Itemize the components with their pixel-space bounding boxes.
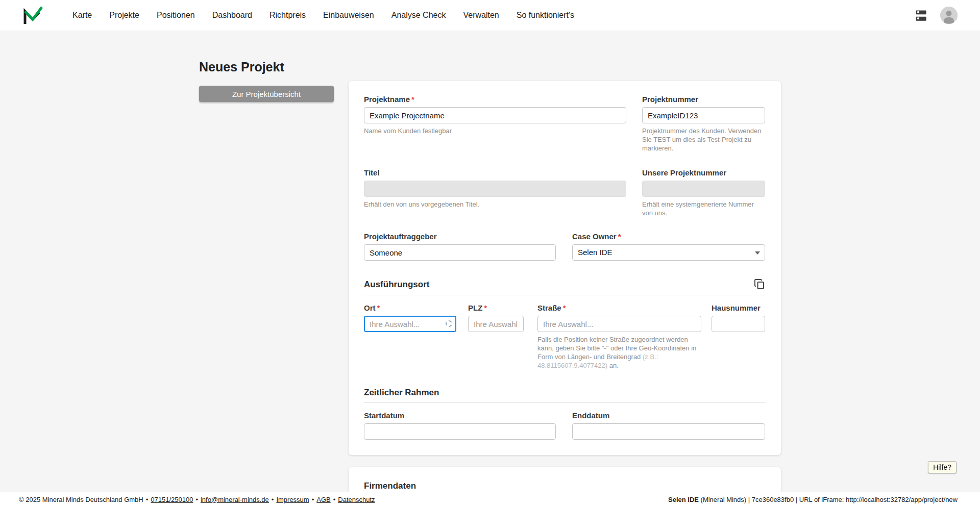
project-form-card: Projektname* Name vom Kunden festlegbar …	[349, 81, 781, 455]
strasse-label: Straße*	[537, 303, 701, 313]
logo-icon	[22, 6, 43, 25]
ort-input[interactable]	[364, 316, 456, 332]
field-plz: PLZ*	[468, 303, 524, 370]
footer-links: © 2025 Mineral Minds Deutschland GmbH • …	[19, 496, 375, 503]
case-owner-value: Selen IDE	[572, 244, 765, 261]
field-hausnummer: Hausnummer	[712, 303, 765, 370]
field-enddatum: Enddatum	[572, 411, 765, 440]
required-asterisk: *	[484, 303, 487, 312]
projektauftraggeber-label: Projektauftraggeber	[364, 232, 556, 241]
nav-item-projekte[interactable]: Projekte	[109, 11, 139, 20]
field-projektnummer: Projektnummer Projektnummer des Kunden. …	[642, 94, 765, 153]
nav-item-verwalten[interactable]: Verwalten	[463, 11, 499, 20]
agb-link[interactable]: AGB	[316, 496, 330, 503]
nav-item-positionen[interactable]: Positionen	[157, 11, 195, 20]
required-asterisk: *	[377, 303, 380, 312]
top-navbar: Karte Projekte Positionen Dashboard Rich…	[0, 0, 980, 31]
unsere-projektnummer-input	[642, 181, 765, 197]
projektnummer-input[interactable]	[642, 107, 765, 123]
projektnummer-label: Projektnummer	[642, 94, 765, 104]
unsere-projektnummer-label: Unsere Projektnummer	[642, 168, 765, 178]
zeitlicher-rahmen-section-header: Zeitlicher Rahmen	[364, 387, 766, 398]
startdatum-input[interactable]	[364, 423, 556, 440]
nav-item-karte[interactable]: Karte	[72, 11, 92, 20]
email-link[interactable]: info@mineral-minds.de	[201, 496, 269, 503]
copyright-text: © 2025 Mineral Minds Deutschland GmbH	[19, 496, 143, 503]
session-info: Selen IDE (Mineral Minds) | 7ce360e83fb0…	[668, 496, 958, 503]
required-asterisk: *	[618, 232, 621, 241]
field-startdatum: Startdatum	[364, 411, 556, 440]
case-owner-label: Case Owner*	[572, 232, 765, 241]
nav-item-so-funktionierts[interactable]: So funktioniert's	[517, 11, 574, 20]
loading-spinner-icon	[446, 320, 452, 327]
projektnummer-helper: Projektnummer des Kunden. Verwenden Sie …	[642, 126, 765, 153]
section-divider	[364, 295, 766, 295]
server-icon-glyph	[914, 9, 928, 22]
hausnummer-label: Hausnummer	[712, 303, 765, 313]
plz-input[interactable]	[468, 316, 524, 332]
nav-item-einbauweisen[interactable]: Einbauweisen	[323, 11, 374, 20]
field-projektname: Projektname* Name vom Kunden festlegbar	[364, 94, 626, 153]
separator-dot: •	[312, 496, 314, 503]
date-fields-row: Startdatum Enddatum	[364, 411, 766, 440]
projektname-label: Projektname*	[364, 94, 626, 104]
required-asterisk: *	[563, 303, 566, 312]
required-asterisk: *	[411, 95, 414, 104]
field-unsere-projektnummer: Unsere Projektnummer Erhält eine systemg…	[642, 168, 765, 217]
main-nav: Karte Projekte Positionen Dashboard Rich…	[72, 11, 574, 20]
enddatum-label: Enddatum	[572, 411, 765, 420]
server-icon[interactable]	[914, 9, 928, 22]
help-button[interactable]: Hilfe?	[928, 461, 957, 473]
separator-dot: •	[272, 496, 274, 503]
enddatum-input[interactable]	[572, 423, 765, 440]
ausfuehrungsort-section-header: Ausführungsort	[364, 278, 766, 290]
plz-label: PLZ*	[468, 303, 524, 313]
titel-helper: Erhält den von uns vorgegebenen Titel.	[364, 200, 626, 209]
strasse-input[interactable]	[537, 316, 701, 332]
field-strasse: Straße* Falls die Position keiner Straße…	[537, 303, 701, 370]
separator-dot: •	[333, 496, 336, 503]
left-column: Neues Projekt Zur Projektübersicht	[199, 59, 334, 507]
form-row-titel-nummer: Titel Erhält den von uns vorgegebenen Ti…	[364, 168, 766, 217]
user-avatar[interactable]	[940, 7, 958, 24]
session-details: (Mineral Minds) | 7ce360e83fb0 | URL of …	[699, 496, 958, 503]
nav-item-richtpreis[interactable]: Richtpreis	[270, 11, 306, 20]
titel-label: Titel	[364, 168, 626, 178]
session-user: Selen IDE	[668, 496, 699, 503]
firmendaten-section-header: Firmendaten	[364, 480, 766, 491]
form-row-auftraggeber-owner: Projektauftraggeber Case Owner* Selen ID…	[364, 232, 766, 261]
form-row-name-number: Projektname* Name vom Kunden festlegbar …	[364, 94, 766, 153]
phone-link[interactable]: 07151/250100	[151, 496, 193, 503]
footer: © 2025 Mineral Minds Deutschland GmbH • …	[0, 492, 980, 507]
hausnummer-input[interactable]	[712, 316, 765, 332]
avatar-icon	[940, 7, 958, 24]
projektname-helper: Name vom Kunden festlegbar	[364, 126, 626, 135]
firmendaten-heading: Firmendaten	[364, 480, 416, 491]
section-divider	[364, 402, 766, 403]
datenschutz-link[interactable]: Datenschutz	[338, 496, 375, 503]
ausfuehrungsort-heading: Ausführungsort	[364, 279, 429, 290]
titel-input	[364, 181, 626, 197]
strasse-helper: Falls die Position keiner Straße zugeord…	[537, 335, 701, 370]
location-fields-row: Ort* PLZ* Straße* Falls die Position k	[364, 303, 766, 370]
impressum-link[interactable]: Impressum	[276, 496, 309, 503]
startdatum-label: Startdatum	[364, 411, 556, 420]
unsere-projektnummer-helper: Erhält eine systemgenerierte Nummer von …	[642, 200, 765, 217]
field-ort: Ort*	[364, 303, 456, 370]
page-title: Neues Projekt	[199, 59, 334, 74]
mineral-minds-logo[interactable]	[22, 6, 43, 25]
projektauftraggeber-input[interactable]	[364, 244, 556, 261]
copy-icon-glyph	[753, 278, 766, 290]
field-projektauftraggeber: Projektauftraggeber	[364, 232, 556, 261]
chevron-down-icon	[755, 251, 760, 255]
case-owner-select[interactable]: Selen IDE	[572, 244, 765, 261]
field-case-owner: Case Owner* Selen IDE	[572, 232, 765, 261]
nav-item-dashboard[interactable]: Dashboard	[212, 11, 252, 20]
copy-icon[interactable]	[753, 278, 766, 290]
header-actions	[914, 7, 980, 24]
separator-dot: •	[146, 496, 149, 503]
projektname-input[interactable]	[364, 107, 626, 123]
nav-item-analyse-check[interactable]: Analyse Check	[391, 11, 446, 20]
main-content: Neues Projekt Zur Projektübersicht Proje…	[0, 31, 980, 507]
back-to-project-overview-button[interactable]: Zur Projektübersicht	[199, 86, 334, 102]
